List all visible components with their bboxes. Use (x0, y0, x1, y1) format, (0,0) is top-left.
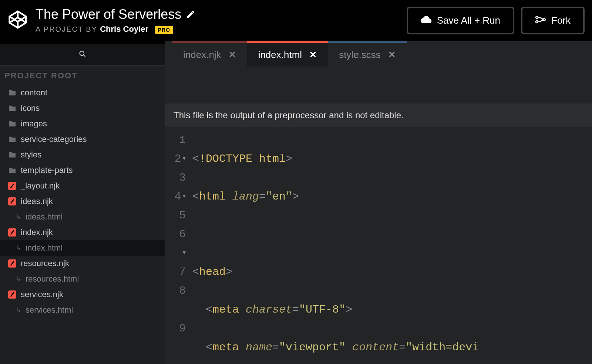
tree-item-label: resources.html (26, 274, 79, 284)
folder-item[interactable]: images (0, 116, 165, 132)
tree-item-label: content (21, 88, 47, 98)
folder-icon (8, 167, 16, 174)
pro-badge: PRO (155, 26, 173, 34)
editor-tab[interactable]: index.html✕ (247, 41, 328, 67)
folder-item[interactable]: styles (0, 147, 165, 163)
line-number (165, 338, 186, 357)
tree-item-label: index.njk (21, 228, 53, 237)
svg-line-8 (11, 184, 14, 188)
tree-item-label: services.njk (21, 290, 63, 299)
tree-item-label: services.html (26, 305, 73, 315)
svg-line-11 (11, 261, 14, 265)
byline-prefix: A PROJECT BY (36, 25, 97, 33)
fork-label: Fork (551, 15, 571, 26)
folder-icon (8, 120, 16, 127)
tree-item-label: resources.njk (21, 259, 69, 268)
sidebar-search[interactable] (0, 44, 165, 66)
fork-icon (535, 15, 546, 26)
line-number: 3 (165, 169, 186, 187)
codepen-logo-icon (7, 9, 28, 31)
tree-item-label: service-categories (21, 135, 87, 144)
line-number: 7 (165, 263, 186, 282)
folder-item[interactable]: content (0, 85, 165, 101)
line-number: 2▼ (165, 150, 186, 169)
file-item[interactable]: index.njk (0, 225, 165, 240)
output-arrow-icon: ↳ (16, 244, 21, 252)
tree-item-label: icons (21, 103, 40, 113)
editor-tabs: index.njk✕index.html✕style.scss✕ (165, 41, 592, 67)
sidebar: PROJECT ROOT contenticonsimagesservice-c… (0, 41, 165, 364)
title-block: The Power of Serverless A PROJECT BY Chr… (36, 7, 407, 34)
file-item[interactable]: resources.njk (0, 256, 165, 271)
line-number: 6 (165, 225, 186, 244)
fold-chevron-icon[interactable]: ▼ (183, 156, 186, 161)
line-number: 9 (165, 319, 186, 338)
editor-tab[interactable]: style.scss✕ (328, 41, 407, 67)
line-number: ▼ (165, 244, 186, 263)
tree-item-label: template-parts (21, 166, 73, 175)
output-arrow-icon: ↳ (16, 306, 21, 314)
svg-point-6 (80, 51, 84, 55)
nunjucks-file-icon (8, 228, 16, 237)
cloud-icon (421, 15, 432, 26)
project-root-label: PROJECT ROOT (0, 66, 165, 85)
editor: index.njk✕index.html✕style.scss✕ This fi… (165, 41, 592, 364)
tree-item-label: ideas.html (26, 212, 63, 222)
svg-line-7 (83, 55, 85, 57)
output-file-item[interactable]: ↳services.html (0, 302, 165, 318)
output-arrow-icon: ↳ (16, 213, 21, 221)
tree-item-label: styles (21, 150, 41, 160)
project-byline: A PROJECT BY Chris Coyier PRO (36, 24, 407, 34)
nunjucks-file-icon (8, 197, 16, 205)
folder-icon (8, 105, 16, 112)
folder-item[interactable]: service-categories (0, 132, 165, 147)
folder-icon (8, 89, 16, 96)
header-actions: Save All + Run Fork (407, 7, 585, 34)
app-header: The Power of Serverless A PROJECT BY Chr… (0, 0, 592, 41)
output-arrow-icon: ↳ (16, 275, 21, 283)
code-view: 12▼34▼56▼789 <<!DOCTYPE html>!DOCTYPE ht… (165, 127, 592, 364)
project-title-text: The Power of Serverless (36, 7, 181, 22)
nunjucks-file-icon (8, 290, 16, 299)
tree-item-label: ideas.njk (21, 197, 53, 206)
file-tree: contenticonsimagesservice-categoriesstyl… (0, 85, 165, 318)
tab-label: index.njk (183, 49, 221, 61)
nunjucks-file-icon (8, 182, 16, 190)
svg-line-10 (11, 230, 14, 234)
tab-label: style.scss (339, 49, 381, 61)
save-run-button[interactable]: Save All + Run (407, 7, 514, 34)
folder-item[interactable]: icons (0, 101, 165, 116)
line-number: 4▼ (165, 187, 186, 206)
svg-line-12 (11, 292, 14, 296)
output-file-item[interactable]: ↳index.html (0, 240, 165, 256)
close-tab-icon[interactable]: ✕ (388, 50, 396, 60)
tree-item-label: _layout.njk (21, 181, 60, 191)
main: PROJECT ROOT contenticonsimagesservice-c… (0, 41, 592, 364)
output-file-item[interactable]: ↳resources.html (0, 271, 165, 287)
line-number: 5 (165, 206, 186, 225)
folder-icon (8, 152, 16, 158)
line-number: 8 (165, 282, 186, 300)
close-tab-icon[interactable]: ✕ (229, 50, 236, 60)
save-run-label: Save All + Run (437, 15, 500, 26)
close-tab-icon[interactable]: ✕ (309, 50, 317, 60)
tabs-spacer (165, 41, 172, 67)
file-item[interactable]: services.njk (0, 287, 165, 302)
svg-line-9 (11, 199, 14, 203)
tree-item-label: images (21, 119, 47, 129)
file-item[interactable]: ideas.njk (0, 194, 165, 209)
line-gutter: 12▼34▼56▼789 (165, 131, 192, 364)
edit-title-icon[interactable] (186, 10, 195, 19)
fold-chevron-icon[interactable]: ▼ (183, 250, 186, 256)
fork-button[interactable]: Fork (521, 7, 585, 34)
nunjucks-file-icon (8, 259, 16, 268)
folder-item[interactable]: template-parts (0, 163, 165, 178)
code-lines: <<!DOCTYPE html>!DOCTYPE html> <html lan… (192, 131, 592, 364)
file-item[interactable]: _layout.njk (0, 178, 165, 194)
author-link[interactable]: Chris Coyier (100, 24, 148, 34)
tree-item-label: index.html (26, 243, 63, 253)
fold-chevron-icon[interactable]: ▼ (183, 193, 186, 199)
line-number (165, 300, 186, 319)
output-file-item[interactable]: ↳ideas.html (0, 209, 165, 225)
editor-tab[interactable]: index.njk✕ (172, 41, 247, 67)
